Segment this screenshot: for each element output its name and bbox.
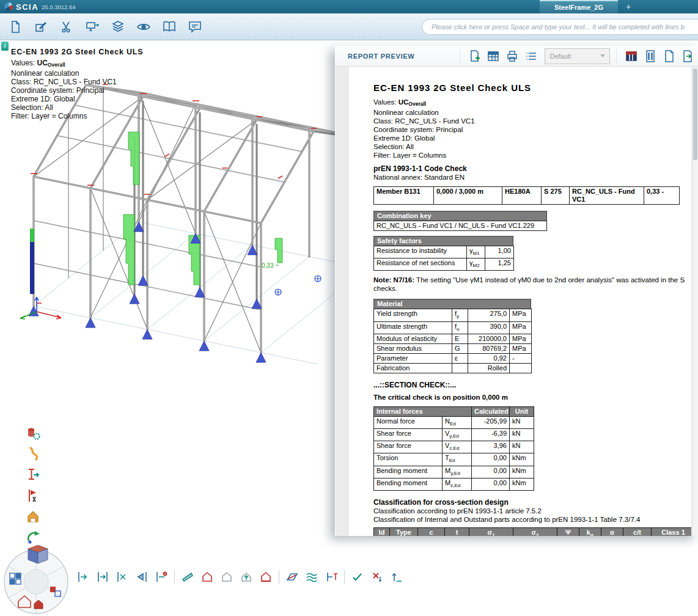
report-panel-title: REPORT PREVIEW — [348, 53, 460, 60]
ground-grid — [34, 222, 335, 364]
text-line: Coordinate system: Principal — [11, 86, 143, 95]
layout-select[interactable]: Default — [545, 48, 610, 64]
national-annex-line: National annex: Standard EN — [373, 173, 691, 182]
insert-table-button[interactable] — [485, 48, 502, 65]
table-row: Modulus of elasticityE210000,0MPa — [374, 334, 532, 343]
stability-button[interactable] — [24, 488, 41, 504]
library-button[interactable] — [159, 16, 180, 37]
safety-factors-block: Safety factors Resistance to instability… — [373, 236, 691, 271]
deformation-button[interactable] — [24, 446, 41, 462]
cut-button[interactable] — [56, 16, 77, 37]
table-row: Ultimate strengthfu390,0MPa — [374, 321, 532, 334]
frame-open-icon — [259, 570, 273, 584]
main-toolbar — [0, 13, 698, 40]
classification-heading: Classification for cross-section design — [373, 498, 691, 507]
3d-model-view[interactable]: 0,33 ~ — [0, 40, 335, 616]
page-export-button[interactable] — [679, 48, 696, 65]
layers-stack-button[interactable] — [303, 568, 320, 585]
align-level-icon — [389, 570, 404, 584]
layers-button[interactable] — [108, 16, 128, 37]
material-block: Material Yield strengthfy275,0MPaUltimat… — [373, 299, 691, 373]
stability-icon — [25, 488, 41, 504]
table-icon — [487, 50, 500, 63]
page-preview-button[interactable] — [661, 48, 678, 65]
report-header: REPORT PREVIEW — [336, 46, 698, 67]
frame-lift-button[interactable] — [238, 568, 255, 585]
steel-check-button[interactable] — [24, 508, 41, 524]
page-columns-icon — [644, 50, 657, 63]
info-badge[interactable]: i — [1, 42, 9, 51]
toolbar-divider — [344, 570, 345, 584]
new-tab-button[interactable]: + — [622, 1, 635, 13]
beam-label-button[interactable] — [323, 568, 340, 585]
add-report-item-button[interactable] — [466, 48, 483, 65]
wedge-button[interactable] — [179, 568, 196, 585]
hinge-button[interactable] — [133, 568, 150, 585]
section-check-button[interactable] — [24, 467, 41, 483]
if-header-unit: Unit — [510, 406, 534, 416]
report-link-button[interactable] — [24, 529, 41, 545]
classification-lines: Classification according to prEN 1993-1-… — [373, 507, 691, 524]
print-button[interactable] — [504, 48, 521, 65]
toolbar-divider — [174, 570, 175, 584]
bottom-toolbar — [75, 568, 405, 585]
release-start-button[interactable] — [75, 568, 92, 585]
material-table: Yield strengthfy275,0MPaUltimate strengt… — [373, 309, 532, 373]
navigation-wheel[interactable] — [1, 545, 71, 615]
text-line: Selection: All — [373, 142, 691, 151]
frame-gray-icon — [219, 570, 234, 584]
frame-red-icon — [200, 570, 215, 584]
doc-info-lines: Nonlinear calculationClass: RC_NC_ULS - … — [373, 108, 691, 160]
main-frame-members — [34, 85, 335, 353]
search-input[interactable] — [422, 19, 698, 35]
add-item-icon — [468, 50, 482, 63]
section-check-icon — [25, 467, 41, 483]
note-text-2: checks. — [373, 284, 691, 293]
plane-section-icon — [285, 570, 299, 584]
new-document-icon — [8, 20, 23, 34]
results-button[interactable] — [24, 425, 41, 441]
app-version: 25.0.3012.64 — [42, 4, 75, 10]
member-number-button[interactable] — [153, 568, 170, 585]
frame-lift-icon — [239, 570, 254, 584]
scrollbar-thumb[interactable] — [693, 68, 697, 160]
table-row: IdTypec[mm]t[mm]σ1[kN/m²]σ2[kN/m²]Ψ[-]kσ… — [374, 527, 692, 536]
frame-gray-button[interactable] — [218, 568, 235, 585]
list-button[interactable] — [523, 48, 540, 65]
table-row: Bending momentMy,Ed0,00kNm — [374, 466, 534, 478]
release-ends-icon — [95, 570, 110, 584]
classification-table: IdTypec[mm]t[mm]σ1[kN/m²]σ2[kN/m²]Ψ[-]kσ… — [373, 527, 691, 536]
text-line: Extreme 1D: Global — [373, 134, 691, 142]
release-ends-button[interactable] — [94, 568, 111, 585]
note-text: The setting "Use γM1 instead of γM0 due … — [416, 276, 685, 284]
if-header-label: Internal forces — [374, 406, 472, 416]
comment-button[interactable] — [185, 16, 205, 37]
frame-open-button[interactable] — [257, 568, 274, 585]
layers-stack-icon — [304, 570, 319, 584]
frame-red-button[interactable] — [199, 568, 216, 585]
share-view-button[interactable] — [82, 16, 103, 37]
release-cross-button[interactable] — [114, 568, 131, 585]
chevron-down-icon — [600, 54, 605, 57]
align-level-button[interactable] — [388, 568, 405, 585]
edit-button[interactable] — [31, 16, 51, 37]
delete-node-icon — [370, 570, 384, 584]
plane-section-button[interactable] — [284, 568, 301, 585]
report-scrollbar[interactable] — [692, 67, 698, 536]
note-block: Note: N7/16: The setting "Use γM1 instea… — [373, 276, 691, 293]
process-toolbar — [24, 425, 41, 545]
view-cube-icon[interactable] — [28, 545, 48, 563]
project-tab[interactable]: SteelFrame_2G — [540, 0, 618, 13]
member-number-icon — [154, 570, 169, 584]
visibility-button[interactable] — [133, 16, 154, 37]
text-line: Nonlinear calculation — [11, 69, 143, 78]
secondary-members — [34, 87, 335, 310]
text-line: Coordinate system: Principal — [373, 125, 691, 134]
delete-node-button[interactable] — [369, 568, 386, 585]
new-document-button[interactable] — [5, 16, 26, 37]
page-columns-button[interactable] — [642, 48, 659, 65]
check-button[interactable] — [349, 568, 366, 585]
release-cross-icon — [115, 570, 130, 584]
result-bar-green — [30, 229, 34, 242]
table-design-button[interactable] — [623, 48, 640, 65]
